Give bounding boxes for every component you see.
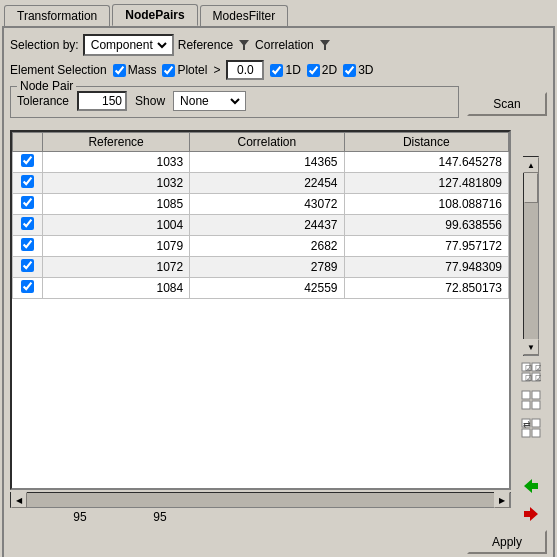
tab-bar: Transformation NodePairs ModesFilter [0, 0, 557, 26]
row-2-distance: 108.088716 [344, 194, 508, 215]
show-select-box[interactable]: None All Selected [173, 91, 246, 111]
component-select-box[interactable]: Component [83, 34, 174, 56]
row-1-correlation: 22454 [190, 173, 344, 194]
d3-group: 3D [343, 63, 373, 77]
row-5-check-cell [13, 257, 43, 278]
svg-text:⇄: ⇄ [523, 419, 531, 429]
col-header-check [13, 133, 43, 152]
table-row: 1072278977.948309 [13, 257, 509, 278]
scroll-thumb [524, 173, 538, 203]
svg-rect-17 [522, 429, 530, 437]
row-5-reference: 1072 [43, 257, 190, 278]
totals-area: 95 95 [10, 508, 511, 526]
svg-rect-12 [522, 401, 530, 409]
swap-button[interactable]: ⇄ [519, 416, 543, 440]
svg-marker-0 [239, 40, 249, 50]
deselect-all-button[interactable] [519, 388, 543, 412]
node-pair-table: Reference Correlation Distance 103314365… [12, 132, 509, 299]
panel: Selection by: Component Reference Correl… [2, 26, 555, 557]
row-4-checkbox[interactable] [21, 238, 34, 251]
reference-filter-icon[interactable] [237, 38, 251, 52]
row-1-distance: 127.481809 [344, 173, 508, 194]
scan-area: Scan [467, 86, 547, 116]
col-header-distance: Distance [344, 133, 508, 152]
row-5-correlation: 2789 [190, 257, 344, 278]
row-3-distance: 99.638556 [344, 215, 508, 236]
plotel-group: Plotel [162, 63, 207, 77]
scroll-h-track[interactable] [27, 493, 494, 507]
table-row: 10844255972.850173 [13, 278, 509, 299]
row-0-correlation: 14365 [190, 152, 344, 173]
d1-label: 1D [285, 63, 300, 77]
scroll-down-button[interactable]: ▼ [523, 339, 539, 355]
plotel-checkbox[interactable] [162, 64, 175, 77]
row-2-reference: 1085 [43, 194, 190, 215]
row-4-correlation: 2682 [190, 236, 344, 257]
table-area: Reference Correlation Distance 103314365… [10, 130, 547, 526]
svg-text:☑: ☑ [535, 374, 541, 382]
scroll-up-button[interactable]: ▲ [523, 157, 539, 173]
vertical-scrollbar[interactable]: ▲ ▼ [523, 156, 539, 356]
row-0-check-cell [13, 152, 43, 173]
table-row: 103314365147.645278 [13, 152, 509, 173]
table-row: 1079268277.957172 [13, 236, 509, 257]
row-1-checkbox[interactable] [21, 175, 34, 188]
scroll-left-button[interactable]: ◀ [11, 492, 27, 508]
plotel-label: Plotel [177, 63, 207, 77]
row-4-distance: 77.957172 [344, 236, 508, 257]
d1-checkbox[interactable] [270, 64, 283, 77]
select-all-button[interactable]: ☑ ☑ ☑ ☑ [519, 360, 543, 384]
element-selection-row: Element Selection Mass Plotel > 1D 2D 3 [10, 60, 547, 80]
col-header-correlation: Correlation [190, 133, 344, 152]
row-0-reference: 1033 [43, 152, 190, 173]
scan-button[interactable]: Scan [467, 92, 547, 116]
threshold-greater-label: > [213, 63, 220, 77]
row-3-checkbox[interactable] [21, 217, 34, 230]
d2-label: 2D [322, 63, 337, 77]
correlation-filter-icon[interactable] [318, 38, 332, 52]
d3-checkbox[interactable] [343, 64, 356, 77]
mass-checkbox[interactable] [113, 64, 126, 77]
svg-marker-19 [524, 479, 538, 493]
row-3-reference: 1004 [43, 215, 190, 236]
component-select[interactable]: Component [87, 37, 170, 53]
tab-transformation[interactable]: Transformation [4, 5, 110, 26]
svg-rect-16 [532, 419, 540, 427]
green-arrow-button[interactable] [519, 474, 543, 498]
svg-text:☑: ☑ [535, 364, 541, 373]
svg-rect-11 [532, 391, 540, 399]
apply-row: Apply [10, 530, 547, 554]
selection-label: Selection by: [10, 38, 79, 52]
col-header-reference: Reference [43, 133, 190, 152]
row-2-checkbox[interactable] [21, 196, 34, 209]
total-correlation: 95 [120, 508, 200, 526]
row-5-checkbox[interactable] [21, 259, 34, 272]
apply-button[interactable]: Apply [467, 530, 547, 554]
table-row: 103222454127.481809 [13, 173, 509, 194]
d2-checkbox[interactable] [307, 64, 320, 77]
tab-modesfilter[interactable]: ModesFilter [200, 5, 289, 26]
row-4-reference: 1079 [43, 236, 190, 257]
row-0-checkbox[interactable] [21, 154, 34, 167]
node-pair-group-label: Node Pair [17, 79, 76, 93]
scroll-right-button[interactable]: ▶ [494, 492, 510, 508]
table-wrapper: Reference Correlation Distance 103314365… [10, 130, 511, 490]
row-4-check-cell [13, 236, 43, 257]
red-arrow-button[interactable] [519, 502, 543, 526]
svg-text:☑: ☑ [525, 374, 532, 382]
main-container: Transformation NodePairs ModesFilter Sel… [0, 0, 557, 557]
threshold-input[interactable] [226, 60, 264, 80]
row-6-correlation: 42559 [190, 278, 344, 299]
row-6-checkbox[interactable] [21, 280, 34, 293]
reference-label: Reference [178, 38, 233, 52]
mass-group: Mass [113, 63, 157, 77]
tab-nodepairs[interactable]: NodePairs [112, 4, 197, 26]
total-reference: 95 [40, 508, 120, 526]
tolerance-input[interactable] [77, 91, 127, 111]
svg-text:☑: ☑ [525, 364, 532, 373]
horizontal-scrollbar[interactable]: ◀ ▶ [10, 492, 511, 508]
show-select[interactable]: None All Selected [176, 93, 243, 109]
row-3-correlation: 24437 [190, 215, 344, 236]
svg-rect-10 [522, 391, 530, 399]
scroll-v-track[interactable] [524, 173, 538, 339]
